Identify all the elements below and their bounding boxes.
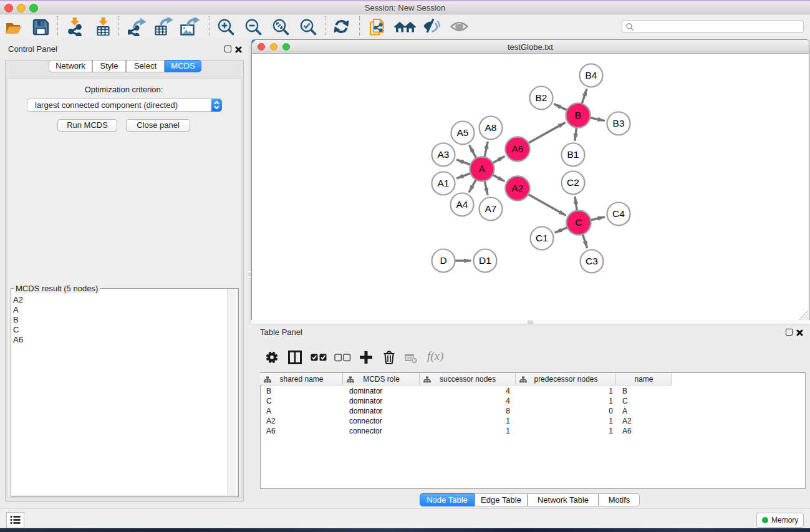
svg-text:A3: A3 bbox=[438, 149, 450, 160]
svg-text:D: D bbox=[440, 255, 446, 266]
svg-text:B3: B3 bbox=[613, 118, 625, 128]
svg-text:A2: A2 bbox=[512, 183, 524, 193]
svg-text:C3: C3 bbox=[586, 256, 598, 266]
svg-text:B4: B4 bbox=[586, 70, 597, 80]
svg-text:C: C bbox=[575, 217, 582, 228]
svg-text:D1: D1 bbox=[479, 255, 491, 266]
svg-text:A7: A7 bbox=[485, 203, 497, 214]
svg-text:A5: A5 bbox=[457, 127, 469, 138]
svg-text:B2: B2 bbox=[536, 92, 547, 103]
svg-text:C4: C4 bbox=[612, 208, 625, 219]
svg-text:B: B bbox=[575, 110, 581, 120]
svg-text:A1: A1 bbox=[438, 178, 450, 188]
svg-text:A: A bbox=[479, 163, 486, 174]
svg-text:A4: A4 bbox=[456, 199, 468, 210]
svg-text:C2: C2 bbox=[567, 177, 579, 188]
svg-text:A6: A6 bbox=[512, 143, 524, 154]
svg-text:C1: C1 bbox=[536, 233, 548, 243]
svg-text:B1: B1 bbox=[567, 149, 579, 160]
svg-text:A8: A8 bbox=[485, 122, 497, 133]
